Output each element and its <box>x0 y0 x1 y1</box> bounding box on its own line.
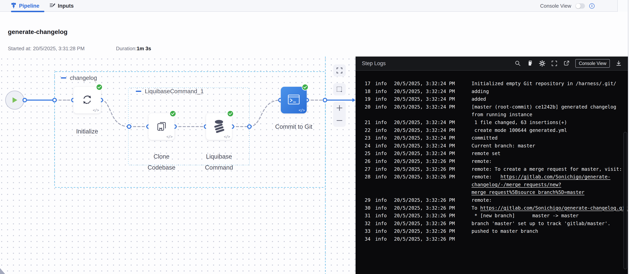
success-badge <box>302 84 308 90</box>
node-commit-to-git[interactable]: </> <box>281 87 307 114</box>
copy-icon[interactable] <box>527 60 533 67</box>
pipeline-graph-canvas[interactable]: changelog LiquibaseCommand_1 </> Initial… <box>0 56 356 274</box>
liquibase-icon <box>212 119 226 134</box>
log-level: info <box>375 134 391 142</box>
group-name[interactable]: LiquibaseCommand_1 <box>145 88 204 94</box>
log-line-number: 30 <box>364 204 370 212</box>
log-row: 25info20/5/2025, 3:32:24 PMremote set <box>364 150 628 158</box>
collapse-stage-icon[interactable] <box>61 77 66 78</box>
gear-icon[interactable] <box>539 60 546 67</box>
log-timestamp: 20/5/2025, 3:32:24 PM <box>394 150 468 158</box>
node-label-initialize: Initialize <box>68 126 107 137</box>
log-message: pushed to master branch <box>472 227 628 235</box>
log-line-number: 25 <box>364 150 370 158</box>
log-timestamp: 20/5/2025, 3:32:24 PM <box>394 118 468 126</box>
log-line-number: 33 <box>364 227 370 235</box>
log-line-number: 20 <box>364 103 370 111</box>
node-liquibase-command[interactable]: </> <box>206 113 232 140</box>
log-timestamp: 20/5/2025, 3:32:24 PM <box>394 126 468 134</box>
tab-pipeline[interactable]: Pipeline <box>11 0 40 12</box>
log-row: 18info20/5/2025, 3:32:24 PMadding <box>364 88 628 96</box>
log-timestamp: 20/5/2025, 3:32:24 PM <box>394 88 468 96</box>
tab-inputs[interactable]: Inputs <box>50 0 74 12</box>
yaml-chip: </> <box>299 108 305 112</box>
log-text: Initialized empty Git repository in /har… <box>472 81 616 86</box>
group-label-liquibasecommand: LiquibaseCommand_1 <box>136 88 204 94</box>
log-link[interactable]: merge_request%5Bsource_branch%5D=master <box>472 190 584 195</box>
download-logs-icon[interactable] <box>615 60 622 67</box>
step-logs-title: Step Logs <box>362 60 386 66</box>
zoom-out-button[interactable] <box>336 117 343 124</box>
log-text: To <box>472 205 480 211</box>
search-icon[interactable] <box>514 60 521 67</box>
log-line-number: 27 <box>364 165 370 173</box>
log-row: 20info20/5/2025, 3:32:24 PM[master (root… <box>364 103 628 118</box>
log-row: 17info20/5/2025, 3:32:24 PMInitialized e… <box>364 80 628 88</box>
step-logs-header: Step Logs <box>356 56 628 71</box>
collapse-group-icon[interactable] <box>136 91 141 92</box>
log-text: pushed to master branch <box>472 228 538 234</box>
log-line-number: 21 <box>364 118 370 126</box>
log-text: adding <box>472 88 489 94</box>
log-timestamp: 20/5/2025, 3:32:26 PM <box>394 173 468 181</box>
log-line-number: 19 <box>364 95 370 103</box>
log-row: 34info20/5/2025, 3:32:26 PM <box>364 235 628 243</box>
log-text: remote: <box>472 158 492 164</box>
log-message: To https://gitlab.com/Sonichigo/generate… <box>472 204 628 212</box>
node-initialize[interactable]: </> <box>74 87 101 114</box>
duration-value: 1m 3s <box>137 46 151 52</box>
log-level: info <box>375 204 391 212</box>
canvas-corner-handle[interactable] <box>0 268 5 274</box>
log-level: info <box>375 118 391 126</box>
log-line-number: 29 <box>364 196 370 204</box>
log-link[interactable]: https://gitlab.com/Sonichigo/generate-ch… <box>480 205 628 211</box>
node-label-commit-to-git: Commit to Git <box>270 121 317 132</box>
log-message: 1 file changed, 63 insertions(+) <box>472 118 628 126</box>
console-view-toggle[interactable] <box>576 3 585 9</box>
yaml-chip: </> <box>224 134 230 139</box>
log-line-number: 17 <box>364 80 370 88</box>
topbar-corner-panel <box>617 0 628 12</box>
inputs-tab-icon <box>50 3 55 9</box>
log-level: info <box>375 212 391 220</box>
log-timestamp: 20/5/2025, 3:32:26 PM <box>394 204 468 212</box>
open-in-new-icon[interactable] <box>563 60 570 67</box>
log-row: 29info20/5/2025, 3:32:26 PMremote: <box>364 196 628 204</box>
log-text: Current branch: master <box>472 143 535 148</box>
log-link[interactable]: https://gitlab.com/Sonichigo/generate- <box>500 174 611 180</box>
log-message: remote: To create a merge request for ma… <box>472 165 628 173</box>
log-level: info <box>375 142 391 150</box>
stage-name[interactable]: changelog <box>70 74 97 81</box>
log-level: info <box>375 150 391 158</box>
log-scrollbar-thumb[interactable] <box>624 132 627 269</box>
zoom-in-button[interactable] <box>336 104 343 111</box>
node-clone-codebase[interactable]: </> <box>148 113 174 140</box>
console-view-button[interactable]: Console View <box>575 59 610 68</box>
info-icon[interactable]: i <box>589 3 594 9</box>
log-line-number: 32 <box>364 220 370 228</box>
expand-logs-icon[interactable] <box>551 60 558 67</box>
log-timestamp: 20/5/2025, 3:32:26 PM <box>394 165 468 173</box>
canvas-select-button[interactable] <box>333 83 346 96</box>
log-message: added <box>472 95 628 103</box>
log-timestamp: 20/5/2025, 3:32:26 PM <box>394 227 468 235</box>
yaml-chip: </> <box>166 134 172 139</box>
canvas-fullscreen-button[interactable] <box>333 64 346 76</box>
log-link[interactable]: changelog/-/merge_requests/new? <box>472 182 561 188</box>
log-row: 28info20/5/2025, 3:32:26 PMremote: https… <box>364 173 628 196</box>
started-at-value: 20/5/2025, 3:31:28 PM <box>33 46 84 52</box>
execution-meta: Started at: 20/5/2025, 3:31:28 PM Durati… <box>8 46 151 52</box>
log-message: remote: <box>472 196 628 204</box>
log-level: info <box>375 158 391 165</box>
log-line-number: 18 <box>364 88 370 96</box>
log-row: 30info20/5/2025, 3:32:26 PMTo https://gi… <box>364 204 628 212</box>
duration-label: Duration: <box>116 46 137 52</box>
log-message: [master (root-commit) ce1242b] generated… <box>472 103 628 118</box>
log-text: remote set <box>472 150 500 156</box>
started-at-label: Started at: <box>8 46 32 52</box>
log-timestamp: 20/5/2025, 3:32:24 PM <box>394 134 468 142</box>
log-timestamp: 20/5/2025, 3:32:26 PM <box>394 196 468 204</box>
log-text: committed <box>472 135 498 141</box>
execution-header: generate-changelog Started at: 20/5/2025… <box>0 12 628 56</box>
log-row: 31info20/5/2025, 3:32:26 PM * [new branc… <box>364 212 628 220</box>
